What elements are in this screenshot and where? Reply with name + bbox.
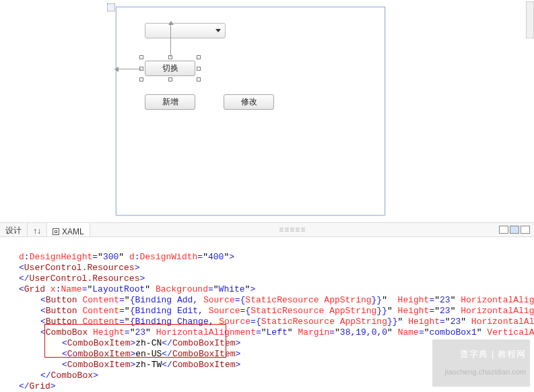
swap-panes-button[interactable]: ↑↓ bbox=[28, 223, 47, 236]
code-line: </UserControl.Resources> bbox=[4, 273, 145, 284]
chevron-down-icon bbox=[215, 29, 221, 32]
layout-collapse-icon[interactable] bbox=[521, 226, 530, 234]
tab-xaml-label: XAML bbox=[62, 227, 84, 236]
vertical-scrollbar[interactable] bbox=[526, 1, 534, 38]
edit-button[interactable]: 修改 bbox=[224, 94, 274, 110]
resize-handle[interactable] bbox=[139, 77, 143, 81]
watermark-line2: jiaocheng.chazidian.com bbox=[445, 368, 526, 376]
designer-code-split-bar[interactable]: 设计 ↑↓ XAML ≡≡≡≡≡ bbox=[0, 222, 534, 237]
resize-handle[interactable] bbox=[168, 55, 172, 59]
code-line: d:DesignHeight="300" d:DesignWidth="400"… bbox=[4, 252, 234, 263]
pane-layout-buttons bbox=[495, 223, 534, 236]
code-line: <Grid x:Name="LayoutRoot" Background="Wh… bbox=[4, 284, 255, 295]
combobox-combobox1[interactable] bbox=[145, 23, 226, 38]
code-line: </Grid> bbox=[4, 381, 56, 392]
code-line: <ComboBox Height="23" HorizontalAlignmen… bbox=[4, 327, 534, 338]
watermark: 查字典 | 教程网 jiaocheng.chazidian.com bbox=[432, 339, 530, 387]
resize-handle[interactable] bbox=[197, 67, 201, 71]
swap-icon: ↑↓ bbox=[33, 226, 41, 236]
resize-handle[interactable] bbox=[168, 77, 172, 81]
layout-root-grid: 切换 新增 修改 bbox=[119, 10, 382, 212]
usercontrol-frame[interactable]: 切换 新增 修改 bbox=[116, 7, 385, 216]
code-line: <ComboBoxItem>zh-TW</ComboBoxItem> bbox=[4, 360, 240, 370]
xaml-icon bbox=[53, 228, 59, 235]
edit-button-label: 修改 bbox=[241, 96, 257, 108]
tab-design-label: 设计 bbox=[5, 225, 22, 236]
xaml-code-editor[interactable]: d:DesignHeight="300" d:DesignWidth="400"… bbox=[0, 237, 534, 392]
splitter-grip[interactable]: ≡≡≡≡≡ bbox=[90, 223, 495, 236]
margin-guide-left bbox=[117, 69, 141, 69]
change-button-label: 切换 bbox=[162, 63, 178, 74]
add-button-label: 新增 bbox=[162, 96, 178, 108]
layout-vertical-icon[interactable] bbox=[510, 226, 519, 234]
grip-dots: ≡≡≡≡≡ bbox=[279, 225, 306, 234]
resize-handle[interactable] bbox=[139, 67, 143, 71]
code-line: <ComboBoxItem>en-US</ComboBoxItem> bbox=[4, 349, 240, 360]
change-button[interactable]: 切换 bbox=[145, 61, 195, 76]
code-line: </ComboBox> bbox=[4, 370, 98, 381]
code-line: <Button Content="{Binding Add, Source={S… bbox=[4, 295, 534, 306]
tab-xaml[interactable]: XAML bbox=[47, 223, 90, 236]
resize-handle[interactable] bbox=[197, 55, 201, 59]
code-line: <UserControl.Resources> bbox=[4, 263, 139, 273]
code-line: <Button Content="{Binding Edit, Source={… bbox=[4, 306, 534, 317]
resize-handle[interactable] bbox=[197, 77, 201, 81]
code-line: <ComboBoxItem>zh-CN</ComboBoxItem> bbox=[4, 338, 240, 349]
code-line: <Button Content="{Binding Change, Source… bbox=[4, 317, 534, 327]
add-button[interactable]: 新增 bbox=[145, 94, 195, 110]
tab-design[interactable]: 设计 bbox=[0, 223, 28, 236]
resize-handle[interactable] bbox=[139, 55, 143, 59]
layout-horizontal-icon[interactable] bbox=[499, 226, 508, 234]
designer-surface: 切换 新增 修改 bbox=[0, 0, 534, 222]
watermark-line1: 查字典 | 教程网 bbox=[460, 349, 526, 359]
